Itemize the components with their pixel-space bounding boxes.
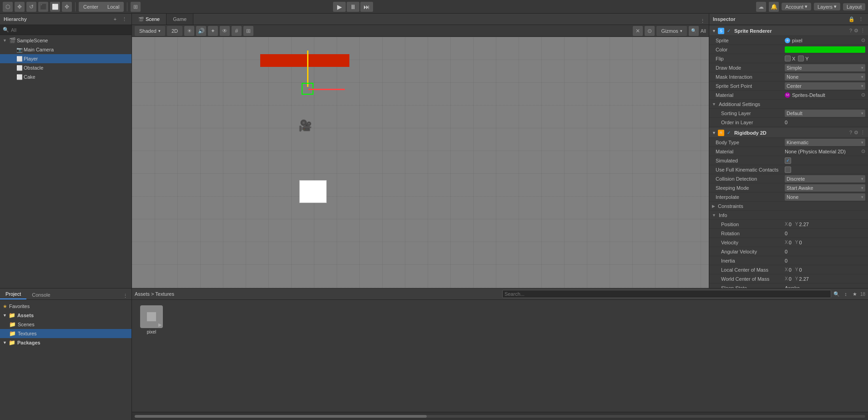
project-scrollbar[interactable] <box>135 415 865 418</box>
use-full-kinematic-checkbox[interactable] <box>785 167 791 173</box>
tool-move[interactable]: ✥ <box>15 2 25 12</box>
rigidbody2d-header[interactable]: ▼ R ✓ Rigidbody 2D ? ⚙ ⋮ <box>709 128 868 138</box>
textures-item[interactable]: 📁 Textures <box>0 329 131 338</box>
inspector-content: ▼ S ✓ Sprite Renderer ? ⚙ ⋮ Sprite ◈ pix… <box>709 25 868 288</box>
tool-rotate[interactable]: ↺ <box>26 2 36 12</box>
flip-y-checkbox[interactable]: Y <box>798 56 808 61</box>
pixel-asset[interactable]: ▶ pixel <box>136 304 167 336</box>
simulated-checkbox[interactable] <box>785 157 791 164</box>
step-button[interactable]: ⏭ <box>360 2 373 12</box>
collab-icon[interactable]: ☁ <box>756 2 766 12</box>
effects-icon[interactable]: ✦ <box>208 26 218 36</box>
project-filter-icon[interactable]: 🔍 <box>833 290 840 298</box>
cake-object[interactable] <box>299 180 327 203</box>
color-picker[interactable] <box>785 46 865 53</box>
game-tab[interactable]: Game <box>167 14 193 25</box>
inspector-header-icons: 🔒 ⋮ <box>848 15 864 23</box>
component-question-icon[interactable]: ? <box>849 130 852 136</box>
project-tab[interactable]: Project <box>0 289 26 299</box>
gizmos-dropdown[interactable]: Gizmos ▾ <box>656 26 686 36</box>
hierarchy-menu-icon[interactable]: ⋮ <box>121 15 128 23</box>
rotation-value: 0 <box>785 231 865 236</box>
audio-icon[interactable]: 🔊 <box>196 26 206 36</box>
tool-transform[interactable]: ✥ <box>62 2 72 12</box>
additional-settings-section[interactable]: ▼ Additional Settings <box>709 100 868 109</box>
scenes-item[interactable]: 📁 Scenes <box>0 320 131 329</box>
sleeping-mode-dropdown[interactable]: Start Awake ▾ <box>785 184 865 192</box>
rb-material-target-icon[interactable]: ⊙ <box>861 148 865 154</box>
draw-mode-dropdown[interactable]: Simple ▾ <box>785 64 865 71</box>
hierarchy-add-icon[interactable]: + <box>111 15 119 23</box>
constraints-section[interactable]: ▶ Constraints <box>709 202 868 211</box>
sprite-renderer-header[interactable]: ▼ S ✓ Sprite Renderer ? ⚙ ⋮ <box>709 26 868 36</box>
hierarchy-item-obstacle[interactable]: ⬜ Obstacle <box>0 63 131 72</box>
pivot-center-btn[interactable]: Center <box>79 2 103 12</box>
layers-dropdown[interactable]: Layers ▾ <box>814 3 840 10</box>
assets-group[interactable]: ▼ 📁 Assets <box>0 311 131 320</box>
rb-material-value[interactable]: None (Physics Material 2D) <box>785 149 861 154</box>
project-search-input[interactable] <box>502 290 831 298</box>
hierarchy-item-cake[interactable]: ⬜ Cake <box>0 72 131 81</box>
body-type-dropdown[interactable]: Kinematic ▾ <box>785 139 865 146</box>
inspector-lock-icon[interactable]: 🔒 <box>848 15 855 23</box>
layout-dropdown[interactable]: Layout <box>843 3 865 10</box>
material-target-icon[interactable]: ⊙ <box>861 92 865 98</box>
scene-panel-menu[interactable]: ⋮ <box>699 17 706 25</box>
hierarchy-search-input[interactable] <box>11 27 129 33</box>
component-settings-icon[interactable]: ⚙ <box>854 130 858 136</box>
hierarchy-item-main-camera[interactable]: 📷 Main Camera <box>0 45 131 54</box>
transform-x-handle[interactable] <box>308 89 345 90</box>
info-section[interactable]: ▼ Info <box>709 211 868 220</box>
pixel-asset-label: pixel <box>147 329 156 334</box>
scene-search-icon[interactable]: 🔍 <box>689 26 699 36</box>
services-icon[interactable]: 🔔 <box>769 2 779 12</box>
project-star-icon[interactable]: ★ <box>851 290 858 298</box>
hierarchy-label-main-camera: Main Camera <box>24 47 54 52</box>
pivot-local-btn[interactable]: Local <box>103 2 124 12</box>
gizmo-lock[interactable]: ⊙ <box>645 26 655 36</box>
mask-interaction-dropdown[interactable]: None ▾ <box>785 73 865 81</box>
favorites-group[interactable]: ★ Favorites <box>0 302 131 311</box>
component-settings-icon[interactable]: ⚙ <box>854 28 858 34</box>
collision-detection-dropdown[interactable]: Discrete ▾ <box>785 175 865 182</box>
play-button[interactable]: ▶ <box>333 2 346 12</box>
packages-label: Packages <box>17 340 40 345</box>
chevron-down-icon: ▾ <box>861 186 863 190</box>
component-more-icon[interactable]: ⋮ <box>860 28 865 34</box>
grid-icon[interactable]: ⊞ <box>131 2 141 12</box>
material-icon: M <box>785 92 790 98</box>
component-more-icon[interactable]: ⋮ <box>860 130 865 136</box>
scene-canvas[interactable]: 🎥 <box>132 37 709 288</box>
transform-y-handle[interactable] <box>307 51 308 87</box>
project-sort-icon[interactable]: ↕ <box>842 290 849 298</box>
grid-snap[interactable]: ⊞ <box>243 26 253 36</box>
tool-hand[interactable]: ⬡ <box>3 2 13 12</box>
shaded-dropdown[interactable]: Shaded ▾ <box>135 26 165 36</box>
tool-scale[interactable]: ⬛ <box>38 2 48 12</box>
sprite-target-icon[interactable]: ⊙ <box>861 37 865 43</box>
sprite-value[interactable]: ◈ pixel <box>785 38 861 43</box>
gizmo-close[interactable]: ✕ <box>633 26 643 36</box>
local-com-label: Local Center of Mass <box>712 267 785 273</box>
pause-button[interactable]: ⏸ <box>347 2 359 12</box>
sorting-layer-dropdown[interactable]: Default ▾ <box>785 110 865 117</box>
hidden-icon[interactable]: 👁 <box>220 26 230 36</box>
flip-x-checkbox[interactable]: X <box>785 56 795 61</box>
console-tab[interactable]: Console <box>26 290 56 299</box>
sprite-sort-point-dropdown[interactable]: Center ▾ <box>785 82 865 90</box>
lighting-icon[interactable]: ☀ <box>184 26 194 36</box>
grid-toggle[interactable]: # <box>232 26 242 36</box>
material-value[interactable]: M Sprites-Default <box>785 92 861 98</box>
interpolate-dropdown[interactable]: None ▾ <box>785 193 865 201</box>
packages-group[interactable]: ▼ 📁 Packages <box>0 338 131 347</box>
account-dropdown[interactable]: Account ▾ <box>782 3 811 10</box>
bottom-panel-menu[interactable]: ⋮ <box>121 292 129 299</box>
component-question-icon[interactable]: ? <box>849 28 852 34</box>
2d-button[interactable]: 2D <box>167 26 182 36</box>
inspector-menu-icon[interactable]: ⋮ <box>857 15 864 23</box>
hierarchy-item-samplescene[interactable]: ▼ 🎬 SampleScene <box>0 36 131 45</box>
hierarchy-item-player[interactable]: ⬜ Player <box>0 54 131 63</box>
tool-rect[interactable]: ⬜ <box>50 2 60 12</box>
obstacle-object[interactable] <box>260 54 349 67</box>
scene-tab[interactable]: 🎬 Scene <box>132 14 167 25</box>
